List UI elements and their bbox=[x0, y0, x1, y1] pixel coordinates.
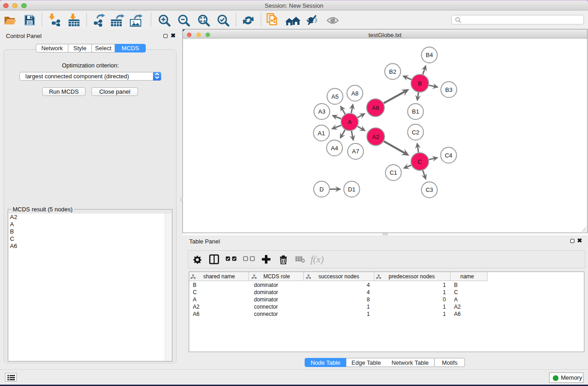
svg-text:A6: A6 bbox=[372, 104, 379, 111]
svg-text:C: C bbox=[417, 158, 421, 165]
svg-text:D1: D1 bbox=[348, 186, 355, 192]
svg-text:A2: A2 bbox=[372, 133, 379, 140]
svg-text:A5: A5 bbox=[331, 93, 339, 100]
svg-text:A3: A3 bbox=[318, 108, 325, 115]
svg-text:A8: A8 bbox=[351, 90, 359, 96]
svg-text:A1: A1 bbox=[318, 129, 325, 136]
svg-text:C1: C1 bbox=[389, 169, 397, 176]
svg-text:B4: B4 bbox=[425, 52, 433, 58]
svg-text:B3: B3 bbox=[445, 86, 452, 93]
svg-text:B2: B2 bbox=[389, 68, 396, 75]
svg-text:B1: B1 bbox=[412, 108, 419, 115]
svg-text:D: D bbox=[319, 186, 323, 192]
svg-text:C4: C4 bbox=[445, 152, 452, 158]
svg-text:A7: A7 bbox=[352, 148, 359, 155]
svg-text:C3: C3 bbox=[425, 186, 433, 193]
svg-text:A: A bbox=[348, 119, 352, 125]
svg-text:C2: C2 bbox=[411, 129, 419, 135]
svg-text:B: B bbox=[418, 80, 422, 86]
svg-text:A4: A4 bbox=[331, 144, 338, 151]
